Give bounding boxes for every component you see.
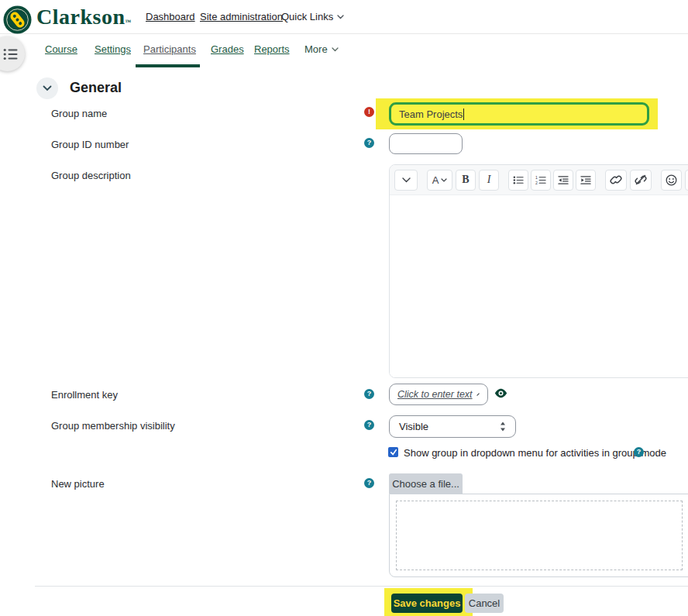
- new-picture-label: New picture: [51, 478, 105, 490]
- outdent-icon: [558, 175, 569, 185]
- svg-text:2: 2: [535, 181, 538, 185]
- enrollment-key-inplace-editable[interactable]: Click to enter text: [389, 384, 488, 405]
- editor-content-area[interactable]: [390, 195, 688, 378]
- choose-file-button[interactable]: Choose a file...: [389, 473, 463, 494]
- indent-icon: [580, 175, 591, 185]
- toolbar-image-button[interactable]: [685, 170, 688, 191]
- editor-toolbar: A B I 1 2: [390, 165, 688, 195]
- save-changes-button[interactable]: Save changes: [391, 594, 463, 613]
- footer-divider: [35, 586, 688, 587]
- active-tab-indicator: [136, 64, 200, 67]
- chevron-down-icon: [337, 15, 344, 19]
- file-manager: [389, 494, 688, 577]
- show-group-checkbox[interactable]: [388, 447, 398, 457]
- toolbar-italic-button[interactable]: I: [479, 170, 499, 191]
- check-icon: [390, 449, 397, 456]
- toolbar-emoticon-button[interactable]: [661, 170, 682, 191]
- svg-text:1: 1: [535, 175, 538, 180]
- toolbar-format-button[interactable]: A: [427, 170, 452, 191]
- tab-settings[interactable]: Settings: [95, 43, 131, 55]
- tab-reports[interactable]: Reports: [254, 43, 290, 55]
- group-name-input[interactable]: Team Projects: [389, 102, 649, 126]
- toolbar-outdent-button[interactable]: [553, 170, 573, 191]
- group-name-label: Group name: [51, 108, 107, 119]
- group-id-input[interactable]: [389, 133, 463, 154]
- chevron-down-icon: [402, 177, 411, 183]
- visibility-label: Group membership visibility: [51, 420, 175, 432]
- visibility-select[interactable]: Visible: [389, 415, 516, 438]
- clarkson-logo[interactable]: Clarkson™: [3, 2, 132, 36]
- tab-grades[interactable]: Grades: [211, 43, 244, 55]
- required-icon: !: [364, 107, 374, 117]
- group-id-label: Group ID number: [51, 139, 129, 150]
- unlink-icon: [635, 174, 647, 186]
- select-arrows-icon: [500, 422, 506, 432]
- cancel-button[interactable]: Cancel: [465, 594, 504, 613]
- toolbar-link-button[interactable]: [605, 170, 627, 191]
- tab-participants[interactable]: Participants: [143, 43, 196, 55]
- help-icon[interactable]: ?: [364, 389, 374, 399]
- group-description-editor: A B I 1 2: [389, 164, 688, 378]
- help-icon[interactable]: ?: [364, 420, 374, 430]
- course-index-drawer-toggle[interactable]: [0, 36, 25, 71]
- bullet-list-icon: [513, 175, 524, 185]
- emoticon-icon: [666, 174, 677, 186]
- chevron-down-icon: [441, 178, 447, 182]
- trademark-symbol: ™: [125, 19, 132, 26]
- toolbar-bold-button[interactable]: B: [456, 170, 476, 191]
- general-section-collapse-button[interactable]: [36, 77, 58, 99]
- top-header: Clarkson™ Dashboard Site administration …: [0, 0, 688, 34]
- nav-quick-links-menu[interactable]: Quick Links: [281, 11, 344, 22]
- text-cursor: [463, 108, 464, 120]
- chevron-down-icon: [43, 85, 52, 91]
- list-icon: [3, 48, 18, 60]
- tab-course[interactable]: Course: [45, 43, 77, 55]
- brand-wordmark: Clarkson™: [36, 2, 132, 36]
- help-icon[interactable]: ?: [364, 138, 374, 148]
- help-icon[interactable]: ?: [634, 447, 644, 457]
- pencil-icon: [476, 390, 480, 399]
- nav-site-administration-link[interactable]: Site administration: [200, 11, 283, 22]
- toolbar-numbered-list-button[interactable]: 1 2: [531, 170, 551, 191]
- tab-more-menu[interactable]: More: [304, 43, 339, 55]
- group-description-label: Group description: [51, 170, 131, 181]
- clarkson-seal-icon: [3, 5, 32, 34]
- numbered-list-icon: 1 2: [535, 175, 546, 185]
- link-icon: [610, 174, 622, 186]
- reveal-key-toggle[interactable]: [494, 387, 507, 401]
- enrollment-key-label: Enrollment key: [51, 389, 118, 401]
- eye-icon: [494, 388, 507, 398]
- file-drop-area[interactable]: [396, 501, 683, 570]
- toolbar-collapse-button[interactable]: [394, 170, 418, 191]
- toolbar-bullet-list-button[interactable]: [508, 170, 528, 191]
- section-title: General: [70, 80, 122, 96]
- chevron-down-icon: [332, 47, 339, 52]
- show-group-checkbox-label[interactable]: Show group in dropdown menu for activiti…: [404, 447, 666, 459]
- moodle-group-edit-page: Clarkson™ Dashboard Site administration …: [0, 0, 688, 616]
- nav-dashboard-link[interactable]: Dashboard: [146, 11, 195, 22]
- help-icon[interactable]: ?: [364, 478, 374, 488]
- toolbar-unlink-button[interactable]: [630, 170, 652, 191]
- toolbar-indent-button[interactable]: [576, 170, 596, 191]
